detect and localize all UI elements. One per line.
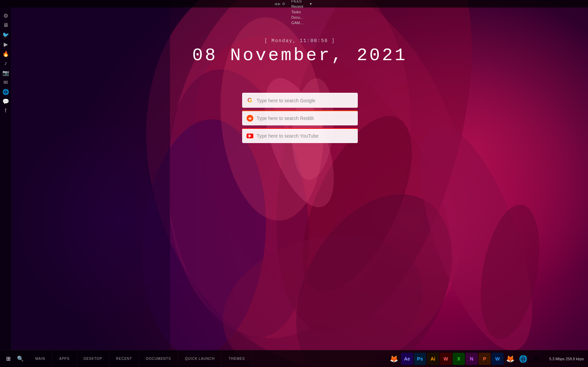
- youtube-icon[interactable]: ▶: [1, 39, 11, 49]
- bottom-sections: MainAppsDesktopRecentDocumentsQuick Laun…: [29, 350, 252, 367]
- start-button[interactable]: ⊞: [3, 353, 14, 364]
- top-taskbar: ◀ ▶ ⚙ The...MainAppsFILESRecentTasksDocu…: [0, 0, 588, 7]
- taskbar-excel[interactable]: X: [453, 353, 465, 365]
- top-tab-recent[interactable]: Recent: [287, 4, 307, 9]
- discord-icon[interactable]: 💬: [1, 97, 11, 106]
- facebook-icon[interactable]: f: [1, 106, 11, 116]
- top-tab-docs[interactable]: Docu...: [287, 15, 307, 20]
- top-bar-more-button[interactable]: ▾: [308, 1, 314, 7]
- google-icon: G: [247, 97, 253, 104]
- bottom-section-documents[interactable]: Documents: [139, 350, 178, 367]
- google-search-box[interactable]: G Type here to search Google: [242, 93, 358, 108]
- bottom-taskbar: ⊞ 🔍 MainAppsDesktopRecentDocumentsQuick …: [0, 350, 588, 367]
- settings-icon[interactable]: ⚙: [1, 11, 11, 20]
- spacer: [252, 350, 385, 367]
- bottom-section-apps[interactable]: Apps: [52, 350, 77, 367]
- network-speed: 5.3 Mbps 258.8 kbps: [549, 357, 584, 361]
- music-icon[interactable]: ♪: [1, 58, 11, 68]
- top-bar-logo: ◀ ▶ ⚙: [274, 2, 285, 6]
- bottom-section-main[interactable]: Main: [29, 350, 52, 367]
- taskbar-powerpoint[interactable]: P: [478, 353, 491, 365]
- time-display: [ Monday, 11:00:56 ]: [192, 38, 407, 43]
- taskbar-onenote[interactable]: N: [466, 353, 478, 365]
- reddit-icon: [247, 115, 253, 122]
- taskbar-word[interactable]: W: [491, 353, 504, 365]
- bottom-section-themes[interactable]: Themes: [222, 350, 252, 367]
- main-content: [ Monday, 11:00:56 ] 08 November, 2021 G…: [12, 7, 588, 350]
- youtube-icon: [247, 133, 253, 139]
- taskbar-firefox[interactable]: 🦊: [388, 353, 400, 365]
- top-tab-files[interactable]: FILES: [287, 0, 307, 4]
- taskbar-ae[interactable]: Ae: [401, 353, 413, 365]
- taskbar-app4[interactable]: W: [440, 353, 452, 365]
- date-display: 08 November, 2021: [192, 46, 407, 66]
- taskbar-ps[interactable]: Ps: [414, 353, 426, 365]
- monitor-icon[interactable]: 🖥: [1, 20, 11, 30]
- search-button[interactable]: 🔍: [15, 353, 26, 364]
- top-tab-gam[interactable]: GAM...: [287, 20, 307, 25]
- system-tray: 5.3 Mbps 258.8 kbps: [545, 350, 588, 367]
- bottom-section-recent[interactable]: Recent: [109, 350, 139, 367]
- edge-icon[interactable]: 🌐: [1, 87, 11, 97]
- youtube-search-box[interactable]: Type here to search YouTube: [242, 128, 358, 143]
- bottom-section-desktop[interactable]: Desktop: [77, 350, 110, 367]
- search-container: G Type here to search Google Type here t…: [242, 93, 358, 143]
- reddit-search-box[interactable]: Type here to search Reddit: [242, 110, 358, 125]
- taskbar-edge[interactable]: 🌐: [517, 353, 530, 365]
- taskbar-settings2[interactable]: ⚙: [530, 353, 542, 365]
- youtube-search-placeholder: Type here to search YouTube: [257, 133, 353, 139]
- taskbar-ai[interactable]: Ai: [427, 353, 439, 365]
- sidebar-icons: ⚙🖥🐦▶🔥♪📷✉🌐💬f: [1, 11, 11, 116]
- top-tabs: The...MainAppsFILESRecentTasksDocu...GAM…: [287, 0, 307, 25]
- twitter-icon[interactable]: 🐦: [1, 30, 11, 39]
- taskbar-apps: 🦊 Ae Ps Ai W X N P W 🦊 🌐 ⚙: [385, 350, 545, 367]
- bottom-section-quicklaunch[interactable]: Quick Launch: [178, 350, 222, 367]
- reddit-search-placeholder: Type here to search Reddit: [257, 116, 353, 121]
- camera-icon[interactable]: 📷: [1, 68, 11, 77]
- left-sidebar: ⚙🖥🐦▶🔥♪📷✉🌐💬f: [0, 7, 12, 350]
- datetime-widget: [ Monday, 11:00:56 ] 08 November, 2021: [192, 38, 407, 66]
- firefox-icon[interactable]: 🔥: [1, 49, 11, 58]
- top-tab-tasks[interactable]: Tasks: [287, 9, 307, 15]
- bottom-left-icons: ⊞ 🔍: [0, 350, 29, 367]
- google-search-placeholder: Type here to search Google: [257, 98, 353, 103]
- mail-icon[interactable]: ✉: [1, 77, 11, 87]
- taskbar-firefox2[interactable]: 🦊: [504, 353, 517, 365]
